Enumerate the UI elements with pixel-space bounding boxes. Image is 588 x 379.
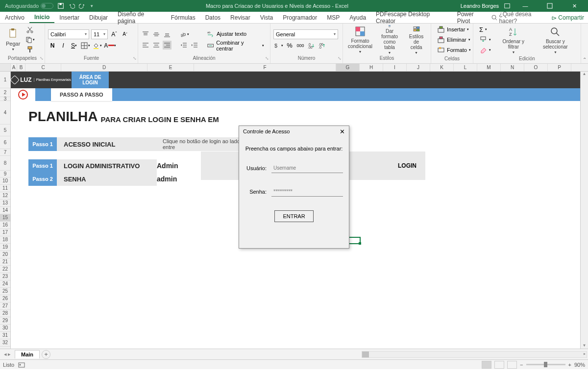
tab-diseno[interactable]: Diseño de página [113, 12, 166, 23]
tab-revisar[interactable]: Revisar [225, 12, 255, 23]
merge-center-button[interactable]: Combinar y centrar▾ [204, 41, 267, 51]
row-4[interactable]: 4 [0, 101, 10, 125]
accounting-format-button[interactable]: $▾ [273, 41, 283, 50]
row-28[interactable]: 28 [0, 310, 10, 317]
normal-view-button[interactable] [482, 361, 491, 369]
tab-archivo[interactable]: Archivo [0, 12, 29, 23]
col-k[interactable]: K [430, 64, 454, 71]
vertical-scrollbar[interactable]: ▲ ▼ [580, 72, 588, 349]
format-as-table-button[interactable]: Dar formato como tabla▼ [376, 25, 403, 54]
clipboard-dialog-icon[interactable]: ⤡ [40, 56, 44, 61]
decrease-decimal-button[interactable]: .00.0 [318, 41, 326, 50]
tab-inicio[interactable]: Inicio [29, 12, 54, 23]
row-23[interactable]: 23 [0, 273, 10, 280]
borders-button[interactable]: ▾ [80, 41, 90, 50]
tab-scroll-right[interactable]: ▸ [8, 351, 11, 357]
maximize-button[interactable] [540, 0, 560, 12]
fill-button[interactable]: ▾ [476, 35, 494, 45]
tab-insertar[interactable]: Insertar [54, 12, 84, 23]
usuario-input[interactable] [271, 163, 343, 173]
row-10[interactable]: 10 [0, 177, 10, 185]
row-22[interactable]: 22 [0, 266, 10, 273]
clear-button[interactable]: ▾ [476, 45, 494, 55]
shrink-font-button[interactable]: Aˇ [121, 30, 129, 39]
font-name-combo[interactable]: Calibri▾ [48, 29, 89, 39]
row-31[interactable]: 31 [0, 332, 10, 339]
sheet-tab-main[interactable]: Main [15, 350, 40, 358]
decrease-indent-button[interactable] [179, 41, 188, 50]
row-20[interactable]: 20 [0, 251, 10, 258]
bold-button[interactable]: N [48, 41, 57, 50]
grow-font-button[interactable]: Aˆ [110, 30, 119, 39]
row-14[interactable]: 14 [0, 207, 10, 214]
page-break-view-button[interactable] [507, 361, 517, 369]
fill-handle[interactable] [359, 242, 361, 245]
play-button[interactable] [11, 88, 35, 101]
macro-record-icon[interactable] [18, 361, 25, 368]
col-d[interactable]: D [61, 64, 147, 71]
col-c[interactable]: C [25, 64, 61, 71]
page-layout-view-button[interactable] [494, 361, 504, 369]
autosave-toggle[interactable]: Autoguardado [5, 3, 53, 9]
tab-scroll-left[interactable]: ◂ [4, 351, 7, 357]
col-i[interactable]: I [383, 64, 407, 71]
row-3[interactable]: 3 [0, 97, 10, 101]
undo-icon[interactable] [68, 2, 75, 9]
number-dialog-icon[interactable]: ⤡ [338, 56, 342, 61]
col-o[interactable]: O [524, 64, 548, 71]
orientation-button[interactable]: ab▾ [179, 30, 189, 39]
row-15[interactable]: 15 [0, 214, 10, 222]
format-painter-button[interactable] [25, 45, 35, 54]
font-dialog-icon[interactable]: ⤡ [133, 56, 137, 61]
tell-me-search[interactable]: ¿Qué desea hacer? [491, 11, 546, 25]
row-12[interactable]: 12 [0, 192, 10, 200]
row-16[interactable]: 16 [0, 222, 10, 229]
tab-vista[interactable]: Vista [255, 12, 278, 23]
underline-button[interactable]: S▾ [70, 41, 78, 50]
row-27[interactable]: 27 [0, 303, 10, 310]
tab-dibujar[interactable]: Dibujar [84, 12, 113, 23]
insert-cells-button[interactable]: Insertar▾ [434, 25, 474, 34]
col-a[interactable]: A [11, 64, 17, 71]
percent-button[interactable]: % [285, 41, 294, 50]
font-size-combo[interactable]: 11▾ [91, 29, 108, 39]
col-e[interactable]: E [147, 64, 194, 71]
row-26[interactable]: 26 [0, 295, 10, 303]
row-25[interactable]: 25 [0, 288, 10, 295]
row-18[interactable]: 18 [0, 236, 10, 244]
select-all-button[interactable] [0, 64, 11, 71]
senha-input[interactable] [271, 187, 343, 197]
close-button[interactable]: ✕ [564, 0, 584, 12]
tab-formulas[interactable]: Fórmulas [166, 12, 200, 23]
autosum-button[interactable]: Σ▾ [476, 25, 494, 34]
tab-datos[interactable]: Datos [200, 12, 225, 23]
copy-button[interactable]: ▾ [25, 35, 35, 44]
font-color-button[interactable]: A▾ [104, 41, 116, 50]
tab-powerpivot[interactable]: Power Pivot [452, 12, 492, 23]
wrap-text-button[interactable]: abAjustar texto [204, 29, 267, 39]
row-8[interactable]: 8 [0, 156, 10, 171]
fill-color-button[interactable]: ▾ [92, 41, 102, 50]
row-32[interactable]: 32 [0, 339, 10, 347]
passo-a-passo-tab[interactable]: PASSO A PASSO [51, 88, 112, 101]
alignment-dialog-icon[interactable]: ⤡ [265, 56, 269, 61]
align-middle-button[interactable] [152, 30, 161, 39]
zoom-level[interactable]: 90% [574, 362, 585, 368]
redo-icon[interactable] [79, 2, 86, 9]
italic-button[interactable]: I [59, 41, 68, 50]
delete-cells-button[interactable]: Eliminar▾ [434, 35, 474, 45]
row-1[interactable]: 1 [0, 72, 10, 88]
col-n[interactable]: N [501, 64, 524, 71]
col-p[interactable]: P [548, 64, 571, 71]
increase-indent-button[interactable] [190, 41, 199, 50]
align-left-button[interactable] [141, 41, 150, 50]
row-6[interactable]: 6 [0, 136, 10, 149]
user-name[interactable]: Leandro Borges [461, 3, 499, 9]
save-icon[interactable] [57, 2, 64, 9]
align-bottom-button[interactable] [163, 30, 172, 39]
conditional-format-button[interactable]: Formato condicional▼ [346, 25, 374, 54]
col-j[interactable]: J [407, 64, 430, 71]
cell-styles-button[interactable]: Estilos de celda▼ [405, 25, 428, 54]
col-b[interactable]: B [17, 64, 25, 71]
col-h[interactable]: H [360, 64, 383, 71]
